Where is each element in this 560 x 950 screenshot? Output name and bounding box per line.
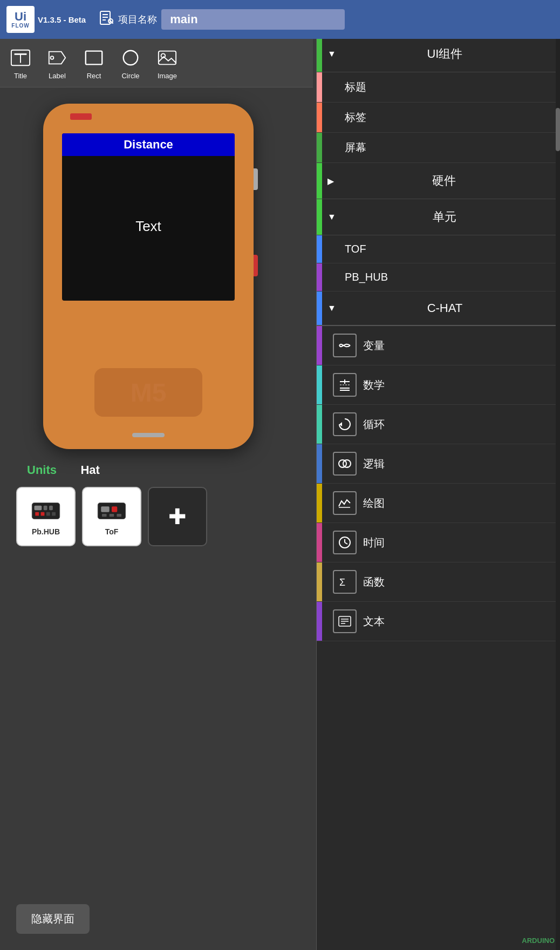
toolbar-circle-label: Circle [121, 72, 139, 80]
hardware-label: 硬件 [338, 173, 549, 189]
hide-interface-button[interactable]: 隐藏界面 [16, 904, 90, 934]
main-canvas: Distance Text M5 Units Hat [0, 87, 316, 950]
svg-rect-25 [110, 514, 114, 517]
text-accent [317, 602, 322, 641]
toolbar-circle[interactable]: Circle [119, 46, 142, 80]
time-icon [333, 531, 357, 554]
add-icon: ✚ [168, 504, 187, 529]
toolbar-title[interactable]: Title [9, 46, 32, 80]
time-item[interactable]: 时间 [317, 523, 560, 562]
loop-item[interactable]: 循环 [317, 405, 560, 444]
label-item[interactable]: 标签 [317, 103, 560, 133]
unit-card-pb-hub[interactable]: Pb.HUB [16, 487, 76, 546]
device-button-right-mid[interactable] [254, 255, 258, 276]
function-icon: Σ [333, 570, 357, 594]
screen-item[interactable]: 屏幕 [317, 133, 560, 163]
tab-units[interactable]: Units [16, 460, 67, 480]
project-name-input[interactable] [161, 9, 345, 30]
math-cat-label: 数学 [363, 378, 385, 392]
logic-icon [333, 452, 357, 476]
device-bottom-button[interactable]: M5 [94, 368, 202, 417]
loop-accent [317, 405, 322, 444]
svg-point-10 [124, 51, 138, 65]
add-unit-button[interactable]: ✚ [148, 487, 207, 546]
toolbar-title-label: Title [14, 72, 27, 80]
label-accent [317, 103, 322, 132]
variable-accent [317, 326, 322, 365]
screen-title-text: Distance [124, 138, 173, 151]
logic-cat-label: 逻辑 [363, 457, 385, 471]
svg-rect-14 [35, 505, 42, 510]
hardware-section[interactable]: ▶ 硬件 [317, 163, 560, 199]
logic-item[interactable]: 逻辑 [317, 444, 560, 484]
toolbar-label[interactable]: Label [45, 46, 69, 80]
screen-title-bar: Distance [62, 133, 235, 156]
device-button-right-top[interactable] [254, 168, 258, 190]
toolbar-rect[interactable]: Rect [82, 46, 106, 80]
project-area: 项目名称 [99, 9, 345, 30]
tab-hat[interactable]: Hat [70, 460, 110, 480]
svg-rect-26 [117, 514, 121, 517]
arduino-watermark: ARDUINO [522, 937, 555, 945]
image-icon [155, 46, 179, 70]
tabs-area: Units Hat [16, 460, 111, 480]
rect-icon [82, 46, 106, 70]
loop-cat-label: 循环 [363, 417, 385, 432]
draw-item[interactable]: 绘图 [317, 484, 560, 523]
right-scrollbar[interactable] [556, 0, 560, 950]
logo-ui-text: Ui [15, 11, 26, 23]
svg-rect-9 [86, 51, 102, 65]
ui-components-arrow: ▼ [327, 49, 336, 59]
units-arrow: ▼ [327, 212, 336, 222]
math-item[interactable]: 数学 [317, 365, 560, 405]
device-m5-label: M5 [131, 378, 167, 408]
screen-body: Text [62, 156, 235, 296]
pb-hub-accent [317, 263, 322, 291]
chat-section[interactable]: ▼ C-HAT [317, 291, 560, 326]
svg-rect-18 [41, 512, 45, 515]
svg-rect-22 [101, 506, 109, 512]
svg-rect-23 [112, 506, 117, 512]
svg-rect-16 [49, 505, 53, 510]
variable-item[interactable]: 变量 [317, 326, 560, 365]
text-icon [333, 609, 357, 633]
device-top-indicator [70, 113, 92, 120]
svg-rect-20 [52, 512, 56, 515]
toolbar-image[interactable]: Image [155, 46, 179, 80]
toolbar-rect-label: Rect [87, 72, 101, 80]
pb-hub-label: Pb.HUB [32, 527, 60, 536]
time-cat-label: 时间 [363, 535, 385, 550]
chat-accent [317, 291, 322, 325]
text-item[interactable]: 文本 [317, 602, 560, 641]
svg-text:Σ: Σ [339, 577, 345, 588]
toolbar-label-label: Label [49, 72, 66, 80]
units-accent [317, 199, 322, 235]
pb-hub-cat-label: PB_HUB [345, 271, 388, 283]
unit-card-tof[interactable]: ToF [82, 487, 141, 546]
svg-rect-13 [32, 503, 59, 519]
function-cat-label: 函数 [363, 575, 385, 589]
project-label: 项目名称 [118, 13, 157, 26]
chat-arrow: ▼ [327, 303, 336, 313]
project-icon [99, 10, 114, 29]
units-label: 单元 [340, 209, 549, 225]
function-item[interactable]: Σ 函数 [317, 562, 560, 602]
function-accent [317, 562, 322, 601]
logo-flow-text: FLOW [11, 23, 29, 29]
tof-item[interactable]: TOF [317, 235, 560, 263]
svg-rect-11 [159, 51, 176, 65]
tof-accent [317, 235, 322, 263]
title-accent [317, 72, 322, 102]
device-mockup[interactable]: Distance Text M5 [43, 104, 254, 449]
device-body: Distance Text M5 [43, 104, 254, 449]
header: Ui FLOW V1.3.5 - Beta 项目名称 [0, 0, 560, 39]
hardware-arrow: ▶ [327, 176, 334, 186]
scrollbar-thumb[interactable] [556, 108, 560, 151]
screen-cat-label: 屏幕 [345, 140, 366, 155]
units-section[interactable]: ▼ 单元 [317, 199, 560, 235]
title-item[interactable]: 标题 [317, 72, 560, 103]
ui-components-section[interactable]: ▼ UI组件 [317, 36, 560, 72]
pb-hub-item[interactable]: PB_HUB [317, 263, 560, 291]
screen-accent [317, 133, 322, 162]
loop-icon [333, 412, 357, 436]
